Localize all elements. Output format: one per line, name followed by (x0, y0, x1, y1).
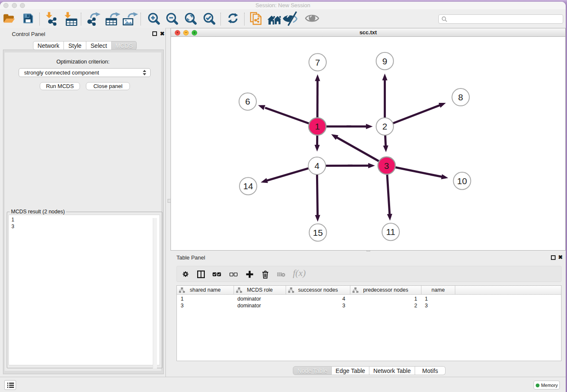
svg-text:2: 2 (383, 121, 388, 131)
svg-text:9: 9 (383, 56, 388, 66)
svg-text:1: 1 (315, 121, 320, 131)
svg-text:7: 7 (315, 58, 320, 67)
svg-text:14: 14 (243, 181, 253, 191)
svg-text:11: 11 (386, 227, 395, 237)
svg-text:15: 15 (313, 228, 323, 237)
svg-text:10: 10 (457, 176, 467, 186)
svg-text:3: 3 (384, 161, 389, 171)
svg-text:6: 6 (245, 97, 250, 106)
svg-text:8: 8 (458, 92, 463, 102)
svg-text:4: 4 (314, 161, 319, 171)
